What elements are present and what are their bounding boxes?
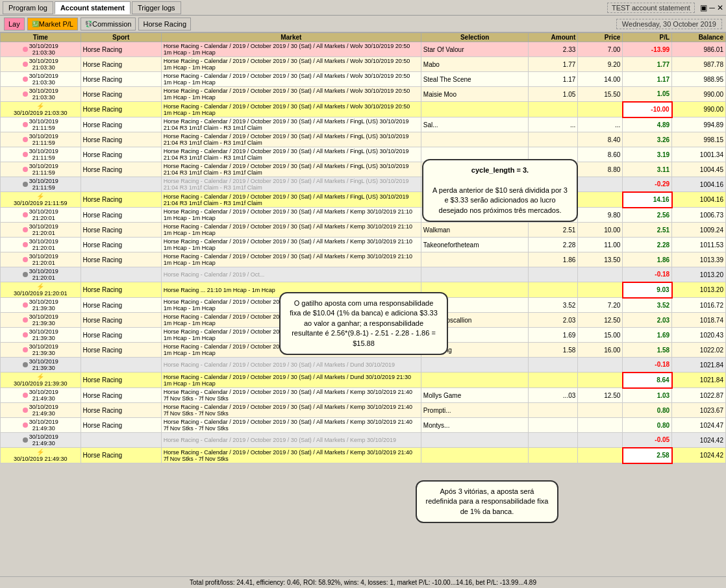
cell-market: Horse Racing - Calendar / 2019 / October… xyxy=(161,313,421,328)
cell-amount: ... xyxy=(529,117,578,132)
commission-button[interactable]: 💱 Commission xyxy=(81,18,136,31)
cell-amount xyxy=(529,418,578,433)
table-row: 30/10/201921:20:01Horse RacingHorse Raci… xyxy=(1,223,726,238)
cell-time: 30/10/201921:03:30 xyxy=(1,57,81,72)
cell-time: 30/10/201921:39:30 xyxy=(1,313,81,328)
tab-account-statement[interactable]: Account statement xyxy=(55,1,131,14)
cell-pl: 2.28 xyxy=(623,238,672,252)
cell-market: Horse Racing - Calendar / 2019 / October… xyxy=(161,252,421,267)
cell-time: 30/10/201921:49:30 xyxy=(1,403,81,418)
market-pl-button[interactable]: 💹 Market P/L xyxy=(27,18,78,31)
cell-time: 30/10/201921:11:59 xyxy=(1,117,81,132)
cell-pl: -0.29 xyxy=(623,177,672,192)
lay-button[interactable]: Lay xyxy=(4,18,25,31)
cell-market: Horse Racing - Calendar / 2019 / October… xyxy=(161,177,421,192)
cell-sport xyxy=(81,433,161,448)
cell-price xyxy=(578,102,623,117)
cell-amount xyxy=(529,282,578,298)
cell-market: Horse Racing - Calendar / 2019 / October… xyxy=(161,87,421,102)
cell-market: Horse Racing - Calendar / 2019 / October… xyxy=(161,298,421,313)
table-row: 30/10/201921:03:30Horse RacingHorse Raci… xyxy=(1,72,726,87)
title-bar: Program log Account statement Trigger lo… xyxy=(0,0,726,16)
cell-sport: Horse Racing xyxy=(81,282,161,298)
table-row: ⚡30/10/2019 21:11:59Horse RacingHorse Ra… xyxy=(1,192,726,208)
cell-sport: Horse Racing xyxy=(81,403,161,418)
cell-selection: Prompti... xyxy=(421,403,529,418)
table-row: 30/10/201921:39:30Horse RacingHorse Raci… xyxy=(1,298,726,313)
cell-market: Horse Racing - Calendar / 2019 / October… xyxy=(161,418,421,433)
cell-time: 30/10/201921:03:30 xyxy=(1,87,81,102)
cell-market: Horse Racing ... 21:10 1m Hcap - 1m Hcap xyxy=(161,282,421,298)
cell-price xyxy=(578,177,623,192)
cell-amount xyxy=(529,102,578,117)
cell-sport xyxy=(81,267,161,282)
cell-sport: Horse Racing xyxy=(81,147,161,162)
cell-amount xyxy=(529,433,578,448)
cell-balance: 1024.42 xyxy=(672,448,726,463)
cell-pl: 1.77 xyxy=(623,57,672,72)
cell-selection: Steal The Scene xyxy=(421,72,529,87)
cell-amount: 2.51 xyxy=(529,223,578,238)
date-display: Wednesday, 30 October 2019 xyxy=(616,19,722,29)
table-row: 30/10/201921:49:30Horse RacingHorse Raci… xyxy=(1,403,726,418)
horse-racing-filter-button[interactable]: Horse Racing xyxy=(138,18,191,31)
window-controls: ▣ ─ ✕ xyxy=(700,3,723,12)
cell-balance: 1004.16 xyxy=(672,177,726,192)
cell-price xyxy=(578,403,623,418)
cell-balance: 1022.87 xyxy=(672,388,726,403)
cell-pl: 3.52 xyxy=(623,298,672,313)
table-container[interactable]: Time Sport Market Selection Amount Price… xyxy=(0,32,726,588)
cell-selection: Mollys Game xyxy=(421,388,529,403)
cell-amount xyxy=(529,177,578,192)
cell-selection xyxy=(421,298,529,313)
cell-price xyxy=(578,448,623,463)
cell-balance: 1004.16 xyxy=(672,192,726,208)
cell-balance: 1013.39 xyxy=(672,252,726,267)
cell-pl: -0.05 xyxy=(623,433,672,448)
cell-selection: Malbas xyxy=(421,328,529,343)
cell-selection xyxy=(421,358,529,373)
cell-balance: 1001.34 xyxy=(672,147,726,162)
cell-pl: 0.80 xyxy=(623,403,672,418)
cell-pl: 4.89 xyxy=(623,117,672,132)
cell-selection: Maisie Moo xyxy=(421,87,529,102)
cell-pl: 3.26 xyxy=(623,132,672,147)
cell-amount xyxy=(529,132,578,147)
cell-pl: 2.56 xyxy=(623,208,672,223)
cell-market: Horse Racing - Calendar / 2019 / October… xyxy=(161,162,421,177)
cell-price xyxy=(578,282,623,298)
cell-price: 9.80 xyxy=(578,208,623,223)
cell-sport: Horse Racing xyxy=(81,42,161,57)
cell-market: Horse Racing - Calendar / 2019 / October… xyxy=(161,448,421,463)
cell-pl: 14.16 xyxy=(623,192,672,208)
cell-amount: 1.17 xyxy=(529,72,578,87)
cell-time: 30/10/201921:03:30 xyxy=(1,42,81,57)
cell-amount xyxy=(529,448,578,463)
cell-pl: -0.18 xyxy=(623,267,672,282)
table-row: 30/10/201921:03:30Horse RacingHorse Raci… xyxy=(1,87,726,102)
cell-amount: 2.03 xyxy=(529,313,578,328)
cell-selection: Takeonefortheteam xyxy=(421,238,529,252)
cell-amount xyxy=(529,192,578,208)
cell-amount: ...03 xyxy=(529,388,578,403)
cell-balance: 1023.67 xyxy=(672,403,726,418)
col-header-balance: Balance xyxy=(672,33,726,42)
cell-balance: 1004.45 xyxy=(672,162,726,177)
cell-amount: 2.56 xyxy=(529,208,578,223)
cell-selection xyxy=(421,373,529,388)
cell-sport: Horse Racing xyxy=(81,373,161,388)
cell-time: 30/10/201921:11:59 xyxy=(1,147,81,162)
tab-trigger-logs[interactable]: Trigger logs xyxy=(132,1,181,14)
cell-amount xyxy=(529,147,578,162)
cell-amount: 3.52 xyxy=(529,298,578,313)
cell-price xyxy=(578,192,623,208)
cell-time: 30/10/201921:11:59 xyxy=(1,162,81,177)
tab-program-log[interactable]: Program log xyxy=(3,1,53,14)
cell-balance: 994.89 xyxy=(672,117,726,132)
col-header-amount: Amount xyxy=(529,33,578,42)
cell-time: ⚡30/10/2019 21:49:30 xyxy=(1,448,81,463)
cell-sport: Horse Racing xyxy=(81,328,161,343)
cell-market: Horse Racing - Calendar / 2019 / October… xyxy=(161,238,421,252)
cell-market: Horse Racing - Calendar / 2019 / Oct... xyxy=(161,267,421,282)
cell-sport: Horse Racing xyxy=(81,87,161,102)
